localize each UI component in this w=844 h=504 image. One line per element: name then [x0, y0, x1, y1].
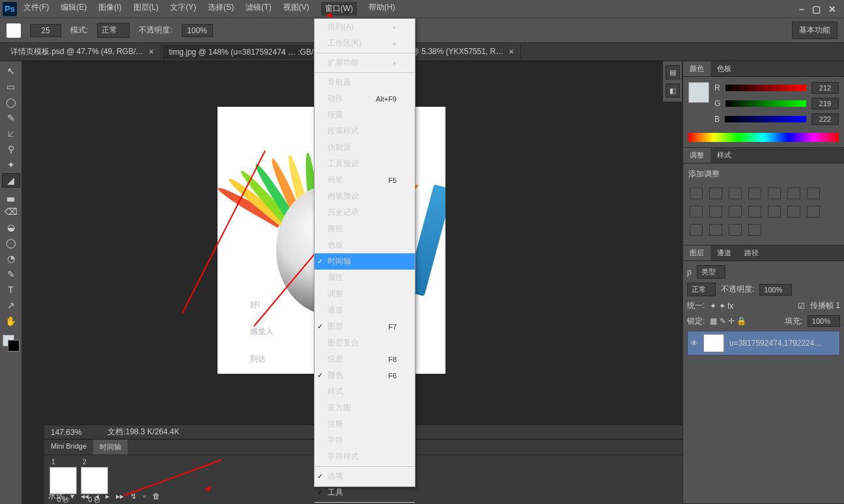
- tool-7[interactable]: ◢: [2, 173, 20, 188]
- adjust-icon-11[interactable]: [768, 206, 781, 217]
- tab-styles[interactable]: 样式: [710, 148, 738, 163]
- tool-16[interactable]: ✋: [2, 314, 20, 328]
- prev-frame-button[interactable]: ◂: [95, 492, 99, 501]
- menu-9[interactable]: 帮助(H): [369, 2, 395, 16]
- g-slider[interactable]: [725, 100, 806, 107]
- menu-item-[interactable]: 工具预设: [315, 156, 415, 172]
- menu-item-[interactable]: 段落样式: [315, 123, 415, 139]
- menu-item-[interactable]: 字符: [315, 432, 415, 449]
- menu-item-[interactable]: 属性: [315, 270, 415, 286]
- tool-15[interactable]: ↗: [2, 298, 20, 313]
- layer-kind-filter[interactable]: 类型: [697, 265, 725, 279]
- tool-3[interactable]: ✎: [2, 111, 20, 125]
- tool-4[interactable]: ⟀: [2, 126, 20, 141]
- menu-item-[interactable]: 信息F8: [315, 351, 415, 367]
- adjust-icon-0[interactable]: [690, 188, 703, 199]
- menu-1[interactable]: 编辑(E): [61, 2, 87, 16]
- tool-preset-icon[interactable]: [7, 23, 21, 38]
- history-dock-icon[interactable]: ▤: [666, 65, 680, 79]
- tween-button[interactable]: ↯: [130, 492, 137, 501]
- next-frame-button[interactable]: ▸▸: [116, 492, 124, 501]
- menu-item-K[interactable]: 工作区(K)▸: [315, 35, 415, 51]
- menu-item-[interactable]: 段落: [315, 107, 415, 123]
- menu-item-[interactable]: 样式: [315, 384, 415, 400]
- maximize-button[interactable]: ▢: [812, 4, 821, 14]
- adjust-icon-16[interactable]: [729, 224, 742, 236]
- tool-12[interactable]: ◔: [2, 251, 20, 266]
- menu-3[interactable]: 图层(L): [134, 2, 159, 16]
- menu-2[interactable]: 图像(I): [98, 2, 121, 16]
- menu-item-A[interactable]: 排列(A)▸: [315, 19, 415, 35]
- tool-6[interactable]: ✦: [2, 158, 20, 172]
- layer-opacity-input[interactable]: 100%: [759, 284, 792, 296]
- menu-7[interactable]: 视图(V): [283, 2, 309, 16]
- bottom-tab-0[interactable]: Mini Bridge: [44, 440, 93, 455]
- b-slider[interactable]: [725, 116, 806, 122]
- menu-item-[interactable]: 图层复合: [315, 335, 415, 351]
- adjust-icon-6[interactable]: [807, 188, 820, 199]
- menu-5[interactable]: 选择(S): [208, 2, 234, 16]
- tab-swatches[interactable]: 色板: [710, 61, 738, 76]
- first-frame-button[interactable]: ◂◂: [81, 492, 89, 501]
- minimize-button[interactable]: –: [799, 4, 804, 14]
- menu-item-[interactable]: 仿制源: [315, 139, 415, 156]
- adjust-icon-9[interactable]: [729, 206, 742, 217]
- color-spectrum[interactable]: [688, 133, 839, 142]
- menu-6[interactable]: 滤镜(T): [246, 2, 271, 16]
- menu-item-[interactable]: ✓选项: [315, 468, 415, 484]
- zoom-level[interactable]: 147.63%: [51, 428, 81, 437]
- tool-8[interactable]: ▃: [2, 189, 20, 203]
- menu-item-[interactable]: 画笔预设: [315, 188, 415, 204]
- menu-item-[interactable]: ✓时间轴: [315, 253, 415, 270]
- adjust-icon-8[interactable]: [709, 206, 722, 217]
- layer-blend-select[interactable]: 正常: [687, 283, 716, 296]
- tool-1[interactable]: ▭: [2, 79, 20, 94]
- adjust-icon-12[interactable]: [787, 206, 800, 217]
- menu-0[interactable]: 文件(F): [23, 2, 49, 16]
- adjust-icon-14[interactable]: [690, 224, 703, 236]
- menu-item-[interactable]: 调整: [315, 286, 415, 302]
- menu-item-[interactable]: 动作Alt+F9: [315, 91, 415, 107]
- tool-9[interactable]: ⌫: [2, 204, 20, 219]
- adjust-icon-10[interactable]: [748, 206, 761, 217]
- tool-0[interactable]: ↖: [2, 64, 20, 78]
- adjust-icon-5[interactable]: [787, 188, 800, 199]
- new-frame-button[interactable]: ▫: [143, 492, 146, 501]
- tool-14[interactable]: T: [2, 283, 20, 297]
- loop-select[interactable]: 永远: [48, 490, 64, 501]
- layer-thumbnail[interactable]: [703, 334, 724, 352]
- menu-item-[interactable]: 色板: [315, 237, 415, 253]
- menu-item-[interactable]: ✓工具: [315, 484, 415, 501]
- g-value[interactable]: 219: [811, 98, 839, 109]
- tool-13[interactable]: ✎: [2, 267, 20, 281]
- adjust-icon-15[interactable]: [709, 224, 722, 236]
- menu-item-[interactable]: 画笔F5: [315, 172, 415, 188]
- menu-item-[interactable]: ✓图层F7: [315, 318, 415, 335]
- opacity-input[interactable]: 100%: [182, 24, 213, 37]
- tab-close-0[interactable]: ✕: [148, 48, 154, 55]
- tab-adjustments[interactable]: 调整: [683, 148, 710, 163]
- adjust-icon-7[interactable]: [690, 206, 703, 217]
- tool-11[interactable]: ◯: [2, 236, 20, 250]
- play-button[interactable]: ▸: [106, 492, 109, 501]
- menu-item-[interactable]: ✓颜色F6: [315, 367, 415, 384]
- menu-8[interactable]: 窗口(W): [321, 2, 357, 16]
- menu-4[interactable]: 文字(Y): [170, 2, 196, 16]
- menu-item-[interactable]: 路径: [315, 221, 415, 237]
- adjust-icon-3[interactable]: [748, 188, 761, 199]
- menu-item-[interactable]: 通道: [315, 302, 415, 318]
- r-slider[interactable]: [725, 85, 806, 91]
- menu-item-[interactable]: 扩展功能▸: [315, 55, 415, 71]
- adjust-icon-4[interactable]: [768, 188, 781, 199]
- tab-color[interactable]: 颜色: [683, 61, 710, 76]
- brush-size[interactable]: 25: [30, 24, 61, 37]
- workspace-switcher[interactable]: 基本功能: [792, 21, 837, 39]
- adjust-icon-1[interactable]: [709, 188, 722, 199]
- blend-mode-select[interactable]: 正常: [97, 23, 130, 38]
- menu-item-[interactable]: 注释: [315, 416, 415, 432]
- adjust-icon-13[interactable]: [807, 206, 820, 217]
- fg-color-swatch[interactable]: [688, 82, 709, 103]
- tool-5[interactable]: ⚲: [2, 142, 20, 156]
- tab-channels[interactable]: 通道: [710, 245, 738, 260]
- layer-fill-input[interactable]: 100%: [808, 315, 840, 327]
